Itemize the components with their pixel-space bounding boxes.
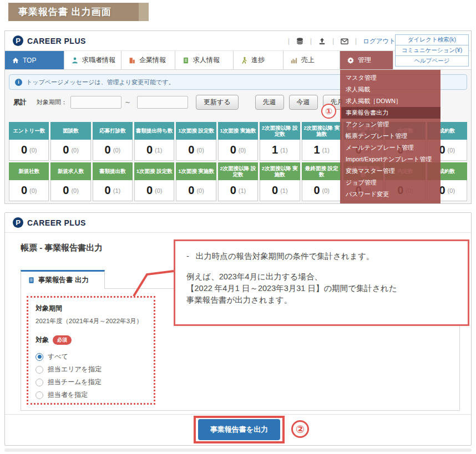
kpi-label: 2次面接以降 設定数 (218, 162, 258, 180)
dropdown-menu-item[interactable]: Import/Exportテンプレート管理 (340, 154, 440, 165)
report-output-window: P CAREER PLUS 帳票 - 事業報告書出力 事業報告書 出力 対象期間… (4, 212, 472, 446)
quick-link-menu: ダイレクト検索(k)コミュニケーション(¥)ヘルプページ (395, 35, 469, 67)
radio-label: 担当チームを指定 (48, 378, 102, 387)
kpi-subvalue: (0) (448, 147, 455, 154)
kpi-label: 1次面接 実施数 (218, 122, 258, 140)
dropdown-menu-item[interactable]: ジョブ管理 (340, 177, 440, 188)
brand-name: CAREER PLUS (27, 218, 86, 227)
brand-logo-icon: P (13, 217, 23, 228)
kpi-subvalue: (0) (196, 147, 204, 154)
walking-person-icon (240, 57, 248, 64)
target-radio-option[interactable]: 担当者を指定 (36, 389, 146, 401)
kpi-value: 1 (313, 144, 320, 156)
nav-tab-companies[interactable]: 企業情報 (121, 51, 175, 69)
dropdown-menu-item[interactable]: 求人掲載［DOWN］ (340, 95, 440, 107)
building-icon (128, 57, 136, 64)
dropdown-menu-item[interactable]: パスワード変更 (340, 188, 440, 200)
kpi-subvalue: (1) (113, 187, 120, 194)
radio-button[interactable] (36, 391, 43, 399)
quick-menu-item[interactable]: ヘルプページ (395, 55, 469, 67)
target-period-label: 対象期間 (36, 304, 146, 313)
dropdown-menu-item[interactable]: アクション管理 (340, 119, 440, 130)
nav-tab-top[interactable]: TOP (5, 51, 64, 69)
kpi-value: 0 (188, 144, 194, 156)
kpi-card: 書類提出数 0 (1) (93, 162, 133, 201)
dropdown-menu-item[interactable]: 変換マスター管理 (340, 165, 440, 177)
kpi-label: 1次面接 実施数 (176, 162, 216, 180)
quick-menu-item[interactable]: ダイレクト検索(k) (395, 34, 469, 45)
dropdown-menu-item[interactable]: 求人掲載 (340, 84, 440, 95)
kpi-card: 面談数 0 (0) (50, 122, 90, 161)
cumulative-label: 累計 (13, 98, 27, 107)
annotation-note: - 出力時点の報告対象期間の条件で集計されます。 例えば、2023年4月に出力す… (174, 239, 469, 326)
kpi-card: 2次面接以降 実施数 0 (1) (260, 162, 300, 201)
dropdown-menu-item[interactable]: マスタ管理 (340, 72, 440, 84)
kpi-subvalue: (0) (71, 147, 78, 154)
nav-tab-admin[interactable]: 管理 (340, 51, 393, 69)
kpi-subvalue: (1) (155, 147, 162, 154)
target-radio-option[interactable]: 担当エリアを指定 (36, 363, 146, 376)
nav-tab-progress[interactable]: 進捗 (234, 51, 283, 69)
kpi-value: 0 (230, 144, 236, 156)
kpi-subvalue: (1) (239, 187, 246, 194)
kpi-value: 0 (105, 144, 111, 156)
nav-tab-jobseekers[interactable]: 求職者情報 (64, 51, 121, 69)
required-badge: 必須 (53, 335, 72, 345)
kpi-value: 0 (146, 184, 153, 197)
tilde-separator: ～ (124, 98, 131, 107)
dropdown-menu-item[interactable]: 帳票テンプレート管理 (340, 130, 440, 142)
submit-highlight-box: 事業報告書を出力 (194, 416, 285, 443)
dropdown-menu-item[interactable]: 事業報告書出力 (340, 107, 440, 119)
kpi-value: 0 (188, 184, 194, 197)
upload-icon[interactable] (318, 37, 326, 45)
period-label: 対象期間： (37, 98, 67, 106)
step-marker-1: ① (321, 104, 336, 119)
kpi-label: 応募打診数 (93, 122, 133, 140)
period-from-input[interactable] (70, 96, 121, 109)
database-icon[interactable] (296, 37, 304, 45)
step-marker-2: ② (291, 420, 309, 438)
kpi-subvalue: (1) (280, 187, 287, 194)
quick-range-button[interactable]: 今週 (289, 95, 318, 110)
kpi-label: 2次面接以降 実施数 (302, 122, 342, 140)
nav-tab-sales[interactable]: 売上 (283, 51, 340, 69)
quick-menu-item[interactable]: コミュニケーション(¥) (395, 45, 469, 56)
radio-button[interactable] (36, 379, 43, 386)
brand-name: CAREER PLUS (27, 37, 86, 45)
kpi-value: 0 (63, 144, 69, 156)
target-radio-option[interactable]: 担当チームを指定 (36, 376, 146, 389)
kpi-subvalue: (0) (29, 187, 37, 194)
kpi-label: 書類提出数 (93, 162, 133, 180)
kpi-subvalue: (0) (113, 147, 120, 154)
dropdown-menu-item[interactable]: メールテンプレート管理 (340, 142, 440, 154)
kpi-card: 新規社数 0 (0) (9, 162, 49, 201)
update-button[interactable]: 更新する (196, 95, 239, 110)
target-label: 対象 (36, 335, 49, 345)
kpi-card: 1次面接 設定数 0 (0) (176, 122, 216, 161)
home-icon (12, 57, 19, 64)
screenshot-root: 事業報告書 出力画面 P CAREER PLUS | | | | ログアウト (0, 0, 476, 454)
kpi-label: 書類提出待ち数 (134, 122, 174, 140)
nav-tab-job-postings[interactable]: 求人情報 (175, 51, 234, 69)
logout-link[interactable]: ログアウト (363, 37, 396, 45)
separator: | (355, 37, 357, 45)
output-report-button[interactable]: 事業報告書を出力 (198, 419, 280, 440)
radio-button[interactable] (36, 366, 43, 374)
kpi-label: 2次面接以降 設定数 (260, 122, 300, 140)
kpi-subvalue: (0) (155, 187, 162, 194)
radio-button[interactable] (36, 353, 43, 361)
page-bottom-strip (4, 448, 472, 452)
tab-business-report-output[interactable]: 事業報告書 出力 (21, 270, 105, 289)
mail-icon[interactable] (340, 37, 349, 45)
kpi-value: 0 (21, 184, 27, 197)
radio-label: すべて (48, 352, 68, 361)
annotation-bullet: - (186, 251, 189, 262)
kpi-label: 2次面接以降 実施数 (260, 162, 300, 180)
kpi-value: 0 (146, 144, 153, 156)
dashboard-window: P CAREER PLUS | | | | ログアウト ダイレ (4, 30, 472, 204)
brand-logo-icon: P (13, 35, 23, 46)
kpi-label: エントリー数 (9, 122, 49, 140)
quick-range-button[interactable]: 先週 (255, 95, 284, 110)
period-to-input[interactable] (137, 96, 188, 109)
target-radio-option[interactable]: すべて (36, 350, 146, 363)
